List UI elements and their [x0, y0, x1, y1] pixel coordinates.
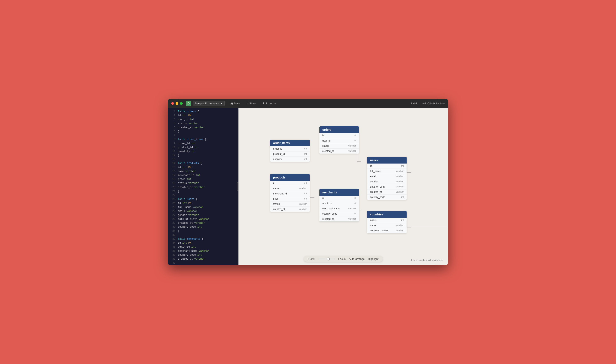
- table-merchants[interactable]: merchants id int admin_id int merchant_n…: [319, 189, 359, 221]
- table-row: id int: [319, 133, 359, 138]
- minimize-button[interactable]: [176, 102, 178, 105]
- export-icon: ⬇: [262, 102, 264, 105]
- line-number: 37: [170, 253, 175, 257]
- auto-arrange-button[interactable]: Auto-arrange: [349, 257, 365, 260]
- line-content: price int: [178, 177, 191, 181]
- code-line: 19 status varchar: [168, 181, 238, 185]
- table-users[interactable]: users id int full_name varchar email var…: [367, 157, 406, 200]
- code-line: 31}: [168, 229, 238, 233]
- code-line: 24 id int PK: [168, 201, 238, 205]
- table-countries[interactable]: countries code int name varchar continen…: [367, 211, 406, 233]
- toggle-sidebar-button[interactable]: ‹: [237, 182, 238, 191]
- table-header-countries: countries: [367, 211, 406, 218]
- credit-text: From Holistics folks with love: [411, 259, 443, 262]
- line-number: 30: [170, 225, 175, 229]
- code-editor[interactable]: ‹ 1Table orders {2 id int PK3 user_id in…: [168, 108, 238, 265]
- line-number: 32: [170, 233, 175, 237]
- line-content: email varchar: [178, 209, 197, 213]
- table-header-orders: orders: [319, 126, 359, 133]
- table-header-merchants: merchants: [319, 189, 359, 196]
- code-line: 22: [168, 194, 238, 197]
- table-row: quantity int: [270, 157, 310, 162]
- zoom-slider[interactable]: [318, 259, 335, 260]
- table-row: created_at varchar: [270, 207, 310, 212]
- code-line: 30 country_code int: [168, 225, 238, 229]
- table-header-order-items: order_items: [270, 140, 310, 146]
- line-content: merchant_id int: [178, 173, 200, 177]
- code-line: 5 created_at varchar: [168, 126, 238, 130]
- code-line: 14Table products {: [168, 161, 238, 165]
- line-content: gender varchar: [178, 213, 199, 217]
- table-row: id int: [319, 196, 359, 201]
- code-line: 26 email varchar: [168, 209, 238, 213]
- table-row: email varchar: [367, 174, 406, 179]
- line-number: 31: [170, 229, 175, 233]
- line-number: 29: [170, 221, 175, 225]
- export-button[interactable]: ⬇ Export ▾: [260, 101, 278, 106]
- line-content: [178, 194, 179, 197]
- code-line: 15 id int PK: [168, 166, 238, 169]
- line-number: 14: [170, 161, 175, 165]
- user-menu[interactable]: hello@holistics.io ▾: [421, 102, 445, 105]
- save-button[interactable]: ⬒ Save: [228, 101, 243, 106]
- code-line: 28 date_of_birth varchar: [168, 217, 238, 221]
- line-content: id int PK: [178, 241, 191, 245]
- line-number: 10: [170, 146, 175, 150]
- line-content: country_code int: [178, 253, 202, 257]
- line-number: 24: [170, 201, 175, 205]
- project-selector[interactable]: Sample Ecommerce ▾: [193, 101, 224, 106]
- line-content: id int PK: [178, 166, 191, 169]
- line-number: 34: [170, 241, 175, 245]
- table-row: created_at varchar: [367, 189, 406, 195]
- close-button[interactable]: [171, 102, 174, 105]
- toolbar-actions: ⬒ Save ↗ Share ⬇ Export ▾: [228, 101, 278, 106]
- table-row: product_id int: [270, 152, 310, 157]
- code-line: 8Table order_items {: [168, 138, 238, 142]
- table-row: full_name varchar: [367, 169, 406, 174]
- line-content: created_at varchar: [178, 126, 205, 130]
- help-button[interactable]: ? Help: [410, 102, 418, 105]
- line-number: 7: [170, 134, 175, 138]
- table-orders[interactable]: orders id int user_id int status varchar: [319, 126, 359, 154]
- table-row: date_of_birth varchar: [367, 184, 406, 189]
- line-content: product_id int: [178, 146, 199, 150]
- line-content: id int PK: [178, 201, 191, 205]
- zoom-slider-thumb[interactable]: [327, 258, 330, 260]
- zoom-level: 100%: [308, 257, 315, 260]
- highlight-button[interactable]: Highlight: [368, 257, 379, 260]
- code-line: 3 user_id int: [168, 118, 238, 122]
- line-content: status varchar: [178, 181, 199, 185]
- code-line: 38 created_at varchar: [168, 257, 238, 261]
- code-line: 17 merchant_id int: [168, 173, 238, 177]
- project-name: Sample Ecommerce: [195, 102, 219, 105]
- table-row: code int: [367, 218, 406, 223]
- line-content: created_at varchar: [178, 257, 205, 261]
- focus-button[interactable]: Focus: [338, 257, 346, 260]
- table-row: merchant_name varchar: [319, 206, 359, 211]
- code-line: 39: [168, 261, 238, 265]
- line-number: 22: [170, 194, 175, 197]
- table-row: admin_id int: [319, 201, 359, 206]
- code-line: 2 id int PK: [168, 114, 238, 118]
- table-row: created_at varchar: [319, 216, 359, 221]
- line-number: 12: [170, 154, 175, 157]
- code-line: 37 country_code int: [168, 253, 238, 257]
- line-content: date_of_birth varchar: [178, 217, 209, 221]
- user-email: hello@holistics.io: [421, 102, 443, 105]
- line-number: 6: [170, 130, 175, 134]
- line-content: quantity int: [178, 150, 196, 154]
- line-number: 4: [170, 122, 175, 126]
- table-row: id int: [367, 164, 406, 169]
- line-content: user_id int: [178, 118, 194, 122]
- line-content: Table users {: [178, 197, 197, 201]
- code-line: 25 full_name varchar: [168, 206, 238, 209]
- table-products[interactable]: products id int name varchar merchant_id…: [270, 174, 310, 212]
- app-logo: [186, 101, 191, 106]
- line-number: 36: [170, 249, 175, 253]
- table-row: name varchar: [270, 186, 310, 191]
- diagram-canvas[interactable]: order_items order_id int product_id int …: [238, 108, 448, 265]
- share-button[interactable]: ↗ Share: [243, 101, 259, 106]
- table-order-items[interactable]: order_items order_id int product_id int …: [270, 140, 310, 162]
- maximize-button[interactable]: [180, 102, 183, 105]
- code-line: 9 order_id int: [168, 142, 238, 146]
